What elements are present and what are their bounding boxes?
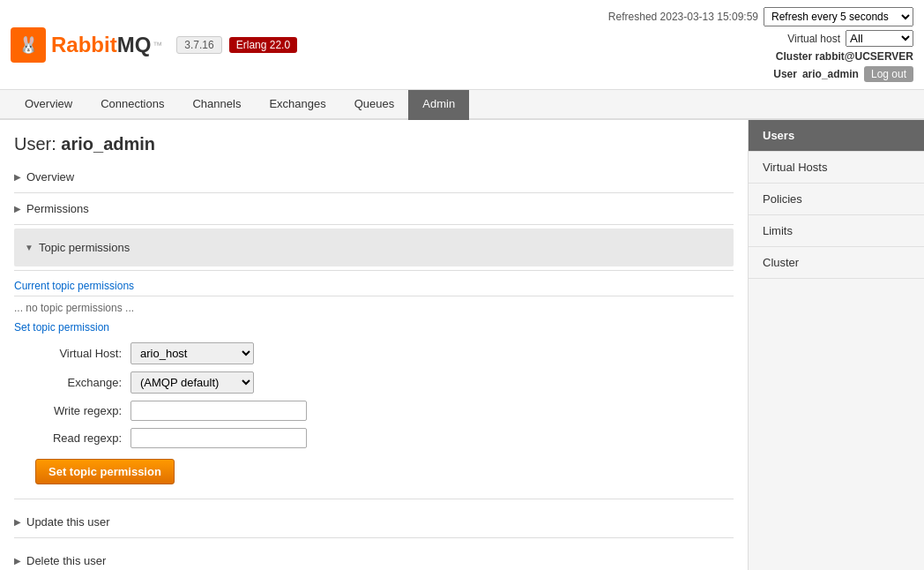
- delete-user-label: Delete this user: [26, 554, 106, 567]
- page-title: User: ario_admin: [14, 134, 734, 154]
- sidebar-item-users[interactable]: Users: [749, 120, 924, 152]
- permissions-section: ▶ Permissions: [14, 197, 734, 221]
- update-user-header[interactable]: ▶ Update this user: [14, 510, 734, 534]
- exchange-form-label: Exchange:: [25, 376, 122, 389]
- overview-section: ▶ Overview: [14, 165, 734, 189]
- vhost-form-label: Virtual Host:: [25, 347, 122, 360]
- set-perm-label: Set topic permission: [14, 321, 734, 334]
- permissions-label: Permissions: [26, 202, 89, 215]
- write-regexp-input[interactable]: .*: [130, 401, 307, 421]
- vhost-form-select[interactable]: ario_host: [130, 342, 254, 364]
- current-perms-divider: [14, 296, 734, 296]
- overview-section-header[interactable]: ▶ Overview: [14, 165, 734, 189]
- overview-label: Overview: [26, 170, 74, 184]
- sidebar: Users Virtual Hosts Policies Limits Clus…: [748, 120, 924, 570]
- page-title-prefix: User:: [14, 134, 61, 154]
- logo: 🐰 RabbitMQ ™: [11, 27, 162, 63]
- vhost-label: Virtual host: [787, 33, 840, 45]
- nav-admin[interactable]: Admin: [408, 90, 469, 120]
- sidebar-item-cluster[interactable]: Cluster: [749, 247, 924, 279]
- permissions-section-header[interactable]: ▶ Permissions: [14, 197, 734, 221]
- write-form-row: Write regexp: .*: [25, 401, 734, 421]
- cluster-label: Cluster: [776, 50, 812, 63]
- read-regexp-input[interactable]: .*: [130, 428, 307, 448]
- header: 🐰 RabbitMQ ™ 3.7.16 Erlang 22.0 Refreshe…: [0, 0, 924, 90]
- logo-tm: ™: [153, 40, 162, 50]
- delete-arrow-icon: ▶: [14, 556, 21, 566]
- read-form-row: Read regexp: .*: [25, 428, 734, 448]
- write-form-label: Write regexp:: [25, 404, 122, 417]
- nav-overview[interactable]: Overview: [11, 90, 86, 120]
- sidebar-item-virtual-hosts[interactable]: Virtual Hosts: [749, 152, 924, 184]
- overview-divider: [14, 192, 734, 193]
- sidebar-item-policies[interactable]: Policies: [749, 184, 924, 215]
- vhost-select[interactable]: All ario_host: [846, 30, 913, 47]
- exchange-form-row: Exchange: (AMQP default): [25, 371, 734, 394]
- current-perms-label: Current topic permissions: [14, 280, 734, 292]
- delete-user-section: ▶ Delete this user: [14, 549, 734, 570]
- read-form-label: Read regexp:: [25, 431, 122, 445]
- logo-rabbit: Rabbit: [51, 33, 117, 57]
- vhost-row: Virtual host All ario_host: [787, 30, 913, 47]
- topic-permissions-label: Topic permissions: [39, 241, 130, 254]
- nav-queues[interactable]: Queues: [340, 90, 409, 120]
- main: User: ario_admin ▶ Overview ▶ Permission…: [0, 120, 924, 570]
- logo-mq: MQ: [117, 33, 152, 57]
- topic-permission-form: Virtual Host: ario_host Exchange: (AMQP …: [25, 342, 734, 484]
- nav-connections[interactable]: Connections: [86, 90, 178, 120]
- topic-permissions-section: ▼ Topic permissions: [14, 229, 734, 266]
- delete-user-header[interactable]: ▶ Delete this user: [14, 549, 734, 570]
- rabbit-icon: 🐰: [11, 27, 46, 63]
- set-topic-permission-button[interactable]: Set topic permission: [35, 459, 175, 484]
- logout-button[interactable]: Log out: [864, 66, 913, 82]
- update-divider: [14, 537, 734, 538]
- nav-channels[interactable]: Channels: [178, 90, 255, 120]
- cluster-value: rabbit@UCSERVER: [816, 50, 914, 63]
- user-label: User: [773, 68, 797, 80]
- vhost-form-row: Virtual Host: ario_host: [25, 342, 734, 364]
- permissions-divider: [14, 224, 734, 225]
- topic-permissions-header[interactable]: ▼ Topic permissions: [25, 236, 723, 259]
- topic-permissions-arrow-icon: ▼: [25, 243, 34, 252]
- refreshed-text: Refreshed 2023-03-13 15:09:59: [608, 11, 758, 23]
- permissions-arrow-icon: ▶: [14, 204, 21, 214]
- page-title-value: ario_admin: [61, 134, 155, 154]
- topic-divider: [14, 270, 734, 271]
- content: User: ario_admin ▶ Overview ▶ Permission…: [0, 120, 748, 570]
- nav-exchanges[interactable]: Exchanges: [255, 90, 339, 120]
- erlang-badge: Erlang 22.0: [229, 37, 297, 53]
- user-row: User ario_admin Log out: [773, 66, 913, 82]
- version-badge: 3.7.16: [176, 36, 221, 54]
- exchange-form-select[interactable]: (AMQP default): [130, 371, 254, 394]
- update-user-label: Update this user: [26, 515, 110, 529]
- user-value: ario_admin: [802, 68, 859, 80]
- after-topic-divider: [14, 499, 734, 499]
- header-right: Refreshed 2023-03-13 15:09:59 Refresh ev…: [608, 7, 913, 82]
- nav: Overview Connections Channels Exchanges …: [0, 90, 924, 120]
- update-user-section: ▶ Update this user: [14, 510, 734, 534]
- no-perms-text: ... no topic permissions ...: [14, 302, 734, 314]
- sidebar-item-limits[interactable]: Limits: [749, 215, 924, 247]
- refresh-select[interactable]: Refresh every 5 seconds Refresh every 10…: [764, 7, 913, 26]
- update-arrow-icon: ▶: [14, 517, 21, 527]
- cluster-row: Cluster rabbit@UCSERVER: [776, 50, 913, 63]
- refresh-row: Refreshed 2023-03-13 15:09:59 Refresh ev…: [608, 7, 913, 26]
- overview-arrow-icon: ▶: [14, 172, 21, 182]
